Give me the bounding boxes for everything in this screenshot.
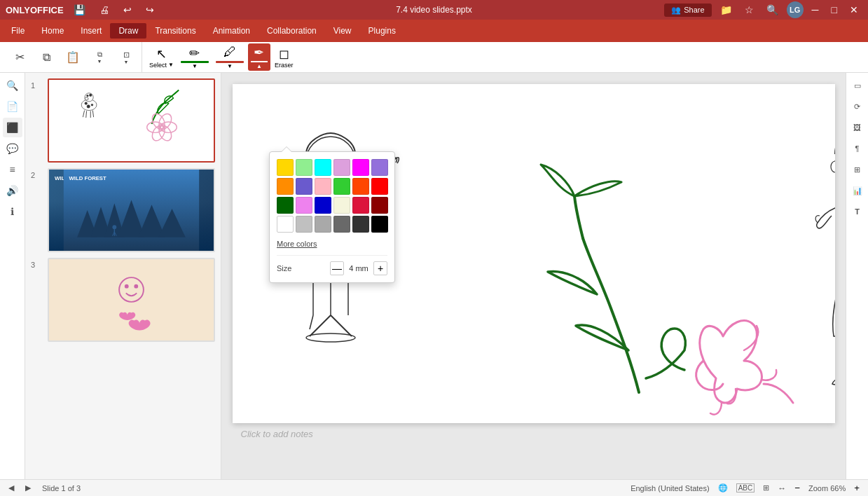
- copy-button[interactable]: ⧉: [34, 45, 59, 70]
- color-dark-orange[interactable]: [277, 178, 294, 195]
- select-tool[interactable]: ↖ Select ▼: [146, 45, 177, 70]
- color-lime-green[interactable]: [333, 178, 350, 195]
- menu-insert[interactable]: Insert: [72, 23, 110, 39]
- menu-transitions[interactable]: Transitions: [146, 23, 204, 39]
- svg-point-11: [85, 97, 88, 99]
- save-button[interactable]: 💾: [69, 3, 90, 17]
- slide-prev-button[interactable]: ◀: [8, 483, 14, 492]
- menu-plugins[interactable]: Plugins: [360, 23, 404, 39]
- right-sidebar-paragraph-icon[interactable]: ¶: [848, 139, 867, 158]
- color-white[interactable]: [277, 216, 294, 233]
- menu-view[interactable]: View: [325, 23, 360, 39]
- highlighter-tool[interactable]: 🖊 ▼: [213, 43, 247, 71]
- right-sidebar-text-icon[interactable]: T: [848, 202, 867, 221]
- menu-collaboration[interactable]: Collaboration: [259, 23, 325, 39]
- sidebar-active-icon[interactable]: ⬛: [3, 118, 22, 137]
- color-beige[interactable]: [333, 197, 350, 214]
- eraser-tool[interactable]: ◻ Eraser: [272, 45, 296, 70]
- color-very-dark-gray[interactable]: [352, 216, 369, 233]
- menu-file[interactable]: File: [3, 23, 33, 39]
- svg-point-34: [134, 284, 138, 289]
- status-bar: ◀ ▶ Slide 1 of 3 English (United States)…: [0, 479, 868, 496]
- color-dark-red[interactable]: [371, 197, 388, 214]
- pen-tool[interactable]: ✏ ▼: [178, 44, 212, 71]
- svg-rect-31: [64, 259, 199, 340]
- color-medium-blue[interactable]: [315, 197, 331, 214]
- size-decrease-button[interactable]: —: [330, 261, 344, 275]
- color-black[interactable]: [371, 216, 388, 233]
- save-location-button[interactable]: 📁: [716, 3, 736, 17]
- slide-item-2[interactable]: 2 WILD FOREST WILD FOREST: [31, 168, 215, 252]
- toolbar: ✂ ⧉ 📋 ⧉▼ ⊡▼ ↖ Select ▼ ✏ ▼ 🖊 ▼ ✒: [0, 42, 868, 73]
- color-cyan[interactable]: [315, 159, 331, 176]
- favorite-button[interactable]: ☆: [740, 3, 758, 17]
- slide-thumbnail-1[interactable]: [48, 78, 215, 163]
- slide-thumbnail-3[interactable]: [48, 258, 215, 342]
- sidebar-outline-icon[interactable]: ≡: [3, 160, 22, 179]
- slide-thumbnail-2[interactable]: WILD FOREST WILD FOREST: [48, 168, 215, 252]
- color-light-pink[interactable]: [315, 178, 331, 195]
- sidebar-search-icon[interactable]: 🔍: [3, 76, 22, 95]
- print-button[interactable]: 🖨: [95, 3, 113, 17]
- color-silver[interactable]: [296, 216, 312, 233]
- slide-info: Slide 1 of 3: [42, 484, 81, 492]
- right-sidebar-table-icon[interactable]: ⊞: [848, 160, 867, 179]
- right-sidebar-rotate-icon[interactable]: ⟳: [848, 97, 867, 116]
- right-sidebar-shape-icon[interactable]: ▭: [848, 76, 867, 95]
- color-light-green[interactable]: [296, 159, 312, 176]
- title-bar: ONLYOFFICE 💾 🖨 ↩ ↪ 7.4 video slides.pptx…: [0, 0, 868, 20]
- slide-next-button[interactable]: ▶: [25, 483, 31, 492]
- size-increase-button[interactable]: +: [373, 261, 387, 275]
- draw-active-indicator: [251, 61, 268, 62]
- canvas-area: Click to add notes: [221, 73, 846, 479]
- redo-button[interactable]: ↪: [142, 3, 158, 17]
- right-sidebar-chart-icon[interactable]: 📊: [848, 181, 867, 200]
- right-sidebar-image-icon[interactable]: 🖼: [848, 118, 867, 137]
- color-dim-gray[interactable]: [333, 216, 350, 233]
- color-dark-gray[interactable]: [315, 216, 331, 233]
- sidebar-comments-icon[interactable]: 💬: [3, 139, 22, 158]
- menu-home[interactable]: Home: [33, 23, 72, 39]
- sidebar-slides-icon[interactable]: 📄: [3, 97, 22, 116]
- cut-button[interactable]: ✂: [7, 45, 32, 70]
- slide-item-1[interactable]: 1: [31, 78, 215, 163]
- svg-point-58: [831, 161, 835, 172]
- paste-button[interactable]: 📋: [60, 45, 85, 70]
- sidebar-info-icon[interactable]: ℹ: [3, 202, 22, 221]
- more-colors-link[interactable]: More colors: [277, 238, 387, 249]
- color-crimson[interactable]: [352, 197, 369, 214]
- menu-animation[interactable]: Animation: [205, 23, 259, 39]
- color-yellow[interactable]: [277, 159, 294, 176]
- maximize-button[interactable]: □: [827, 3, 841, 17]
- slide3-svg: [49, 259, 214, 340]
- draw-pen-tool[interactable]: ✒ ▲: [248, 43, 270, 71]
- undo-button[interactable]: ↩: [119, 3, 136, 17]
- fit-width-icon: ↔: [778, 483, 786, 493]
- highlighter-chevron-icon: ▼: [227, 63, 233, 69]
- color-magenta[interactable]: [352, 159, 369, 176]
- zoom-in-button[interactable]: +: [854, 483, 860, 493]
- color-red[interactable]: [371, 178, 388, 195]
- titlebar-right: 👥 Share 📁 ☆ 🔍 LG ─ □ ✕: [664, 1, 862, 18]
- color-plum[interactable]: [333, 159, 350, 176]
- color-orange-red[interactable]: [352, 178, 369, 195]
- search-button[interactable]: 🔍: [762, 3, 783, 17]
- share-button[interactable]: 👥 Share: [664, 4, 711, 17]
- svg-point-33: [125, 284, 129, 289]
- size-row: Size — 4 mm +: [277, 255, 387, 275]
- menu-draw[interactable]: Draw: [110, 23, 146, 39]
- select-all-button[interactable]: ⊡▼: [113, 45, 139, 70]
- close-button[interactable]: ✕: [846, 3, 862, 17]
- svg-text:WILD FOREST: WILD FOREST: [69, 175, 106, 181]
- sidebar-audio-icon[interactable]: 🔊: [3, 181, 22, 200]
- color-slate-blue[interactable]: [296, 178, 312, 195]
- color-violet[interactable]: [296, 197, 312, 214]
- green-plant-drawing: [541, 165, 685, 392]
- minimize-button[interactable]: ─: [808, 3, 823, 17]
- color-dark-green[interactable]: [277, 197, 294, 214]
- notes-area[interactable]: Click to add notes: [233, 423, 835, 445]
- zoom-out-button[interactable]: −: [794, 483, 800, 493]
- color-medium-purple[interactable]: [371, 159, 388, 176]
- slide-item-3[interactable]: 3: [31, 258, 215, 342]
- paste-special-button[interactable]: ⧉▼: [87, 45, 112, 70]
